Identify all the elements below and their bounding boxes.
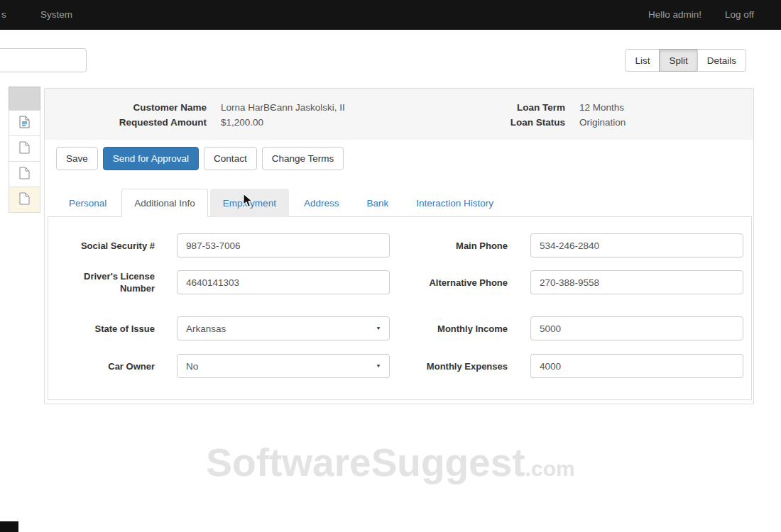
- additional-info-panel: Social Security # 987-53-7006 Driver's L…: [48, 217, 752, 400]
- monthly-expenses-label: Monthly Expenses: [380, 360, 508, 372]
- customer-name-label: Customer Name: [56, 102, 207, 113]
- document-icon: [19, 192, 30, 208]
- sidebar-record-item-selected[interactable]: [9, 187, 40, 213]
- document-report-icon: [19, 116, 30, 131]
- tab-bank[interactable]: Bank: [354, 189, 401, 217]
- tab-interaction-history[interactable]: Interaction History: [403, 189, 506, 217]
- field-state-of-issue: State of Issue Arkansas ▼: [58, 316, 390, 340]
- loan-term-label: Loan Term: [480, 102, 565, 113]
- main-phone-input[interactable]: 534-246-2840: [530, 233, 743, 257]
- drivers-license-input[interactable]: 4640141303: [177, 270, 390, 294]
- monthly-income-input[interactable]: 5000: [530, 316, 743, 340]
- search-box: [0, 48, 87, 72]
- field-monthly-income: Monthly Income 5000: [380, 316, 743, 340]
- alternative-phone-label: Alternative Phone: [380, 277, 508, 289]
- document-icon: [19, 167, 30, 182]
- sidebar-record-item[interactable]: [9, 110, 40, 136]
- tab-strip: Personal Additional Info Employment Addr…: [48, 189, 752, 217]
- customer-name-value: Lorna HarBЄann Jaskolski, II: [221, 102, 345, 113]
- view-split-button[interactable]: Split: [659, 49, 697, 72]
- bottom-left-black-patch: [0, 521, 18, 532]
- save-button[interactable]: Save: [56, 147, 98, 170]
- tab-additional-info[interactable]: Additional Info: [121, 189, 208, 217]
- field-drivers-license: Driver's License Number 4640141303: [58, 270, 390, 294]
- monthly-income-label: Monthly Income: [380, 323, 508, 335]
- tab-personal[interactable]: Personal: [56, 189, 119, 217]
- document-icon: [19, 141, 30, 157]
- field-alternative-phone: Alternative Phone 270-388-9558: [380, 270, 743, 294]
- record-summary: Customer Name Lorna HarBЄann Jaskolski, …: [45, 89, 753, 140]
- drivers-license-label: Driver's License Number: [58, 270, 155, 294]
- loan-detail-card: Customer Name Lorna HarBЄann Jaskolski, …: [44, 88, 754, 404]
- contact-button[interactable]: Contact: [204, 147, 257, 170]
- nav-item-system[interactable]: System: [40, 0, 72, 30]
- tab-employment[interactable]: Employment: [210, 189, 289, 217]
- watermark: SoftwareSuggest.com: [0, 440, 781, 485]
- alternative-phone-input[interactable]: 270-388-9558: [530, 270, 743, 294]
- send-for-approval-button[interactable]: Send for Approval: [103, 147, 199, 170]
- action-button-bar: Save Send for Approval Contact Change Te…: [56, 147, 344, 170]
- nav-item-clipped[interactable]: s: [1, 0, 6, 30]
- main-phone-label: Main Phone: [380, 240, 508, 252]
- state-of-issue-select[interactable]: Arkansas ▼: [177, 316, 390, 340]
- social-security-label: Social Security #: [58, 240, 155, 252]
- sidebar-record-item[interactable]: [9, 161, 40, 187]
- requested-amount-value: $1,200.00: [221, 117, 263, 128]
- car-owner-label: Car Owner: [58, 360, 155, 372]
- loan-status-value: Origination: [579, 117, 626, 128]
- change-terms-button[interactable]: Change Terms: [262, 147, 344, 170]
- view-switcher: List Split Details: [625, 49, 746, 72]
- top-navbar: s System Hello admin! Log off: [0, 0, 781, 30]
- monthly-expenses-input[interactable]: 4000: [530, 354, 743, 378]
- nav-greeting[interactable]: Hello admin!: [648, 0, 701, 30]
- field-social-security: Social Security # 987-53-7006: [58, 233, 390, 257]
- field-monthly-expenses: Monthly Expenses 4000: [380, 354, 743, 378]
- loan-status-label: Loan Status: [480, 117, 565, 128]
- field-car-owner: Car Owner No ▼: [58, 354, 390, 378]
- state-of-issue-label: State of Issue: [58, 323, 155, 335]
- loan-term-value: 12 Months: [579, 102, 624, 113]
- view-details-button[interactable]: Details: [697, 49, 746, 72]
- application-window: s System Hello admin! Log off List Split…: [0, 0, 781, 532]
- tab-area: Personal Additional Info Employment Addr…: [48, 189, 752, 400]
- requested-amount-label: Requested Amount: [56, 117, 207, 128]
- search-input[interactable]: [0, 49, 86, 72]
- field-main-phone: Main Phone 534-246-2840: [380, 233, 743, 257]
- social-security-input[interactable]: 987-53-7006: [177, 233, 390, 257]
- sidebar-header: [9, 87, 40, 111]
- tab-address[interactable]: Address: [291, 189, 352, 217]
- sidebar-record-item[interactable]: [9, 135, 40, 162]
- nav-logoff-link[interactable]: Log off: [725, 0, 754, 30]
- view-list-button[interactable]: List: [625, 49, 660, 72]
- car-owner-select[interactable]: No ▼: [177, 354, 390, 378]
